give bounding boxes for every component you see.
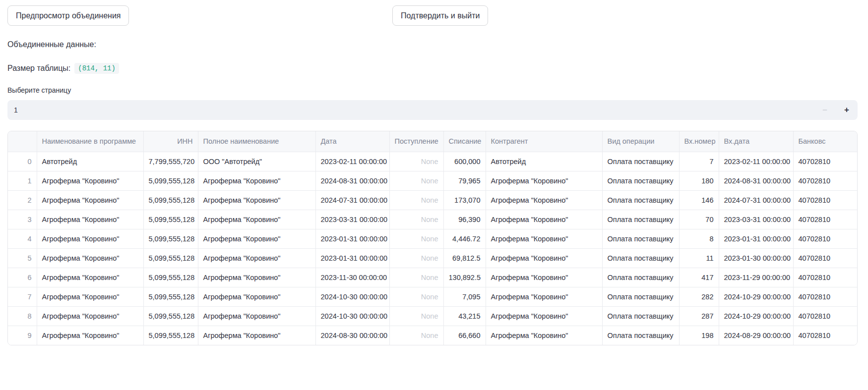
table-cell: Агроферма "Коровино"	[198, 229, 315, 248]
table-cell: 5,099,555,128	[143, 171, 198, 190]
table-cell: 4,446.72	[443, 229, 486, 248]
table-cell: Агроферма "Коровино"	[486, 190, 602, 210]
table-size-label: Размер таблицы:	[7, 63, 70, 73]
table-cell: 40702810	[793, 171, 858, 190]
table-cell: 130,892.5	[443, 268, 486, 287]
table-cell: 5,099,555,128	[143, 210, 198, 229]
table-cell: Агроферма "Коровино"	[37, 326, 143, 345]
table-cell: None	[389, 287, 443, 306]
table-cell: 2023-01-31 00:00:00	[315, 248, 389, 268]
table-cell: 180	[679, 171, 719, 190]
table-cell: 2023-01-30 00:00:00	[719, 248, 793, 268]
table-cell: 40702810	[793, 248, 858, 268]
page-select-label: Выберите страницу	[7, 86, 858, 94]
table-cell: Агроферма "Коровино"	[37, 248, 143, 268]
table-row: 7Агроферма "Коровино"5,099,555,128Агрофе…	[8, 287, 858, 306]
column-header[interactable]: Дата	[315, 131, 389, 152]
table-cell: Оплата поставщику	[602, 326, 679, 345]
column-header[interactable]: Списание	[443, 131, 486, 152]
table-row: 5Агроферма "Коровино"5,099,555,128Агрофе…	[8, 248, 858, 268]
table-cell: 40702810	[793, 190, 858, 210]
table-cell: Агроферма "Коровино"	[486, 229, 602, 248]
table-cell: Оплата поставщику	[602, 171, 679, 190]
column-header[interactable]: Полное наименование	[198, 131, 315, 152]
table-cell: Агроферма "Коровино"	[486, 171, 602, 190]
table-cell: 1	[8, 171, 37, 190]
table-cell: 7	[8, 287, 37, 306]
confirm-exit-button[interactable]: Подтвердить и выйти	[392, 5, 488, 26]
table-cell: Оплата поставщику	[602, 268, 679, 287]
table-cell: 417	[679, 268, 719, 287]
column-header[interactable]: Контрагент	[486, 131, 602, 152]
page-number-value[interactable]: 1	[7, 106, 814, 114]
table-cell: Оплата поставщику	[602, 210, 679, 229]
table-cell: 79,965	[443, 171, 486, 190]
table-row: 0Автотрейд7,799,555,720ООО "Автотрейд"20…	[8, 152, 858, 171]
table-cell: 7,095	[443, 287, 486, 306]
table-cell: Агроферма "Коровино"	[486, 306, 602, 326]
top-button-row: Предпросмотр объединения Подтвердить и в…	[7, 5, 858, 26]
column-header[interactable]: ИНН	[143, 131, 198, 152]
table-cell: Агроферма "Коровино"	[486, 210, 602, 229]
table-cell: Оплата поставщику	[602, 287, 679, 306]
table-row: 4Агроферма "Коровино"5,099,555,128Агрофе…	[8, 229, 858, 248]
table-row: 1Агроферма "Коровино"5,099,555,128Агрофе…	[8, 171, 858, 190]
table-cell: Агроферма "Коровино"	[37, 287, 143, 306]
table-cell: 2024-08-31 00:00:00	[315, 171, 389, 190]
increment-button[interactable]: +	[836, 100, 858, 120]
column-header[interactable]: Наименование в программе	[37, 131, 143, 152]
table-cell: 5,099,555,128	[143, 248, 198, 268]
column-header[interactable]: Вх.номер	[679, 131, 719, 152]
table-cell: None	[389, 171, 443, 190]
table-cell: Агроферма "Коровино"	[198, 326, 315, 345]
table-cell: 173,070	[443, 190, 486, 210]
table-cell: Агроферма "Коровино"	[486, 287, 602, 306]
table-cell: 0	[8, 152, 37, 171]
column-header[interactable]: Вид операции	[602, 131, 679, 152]
table-cell: 43,215	[443, 306, 486, 326]
table-cell: 3	[8, 210, 37, 229]
table-cell: Агроферма "Коровино"	[486, 248, 602, 268]
page-number-input[interactable]: 1 – +	[7, 100, 858, 120]
table-cell: 198	[679, 326, 719, 345]
table-cell: 40702810	[793, 306, 858, 326]
decrement-button[interactable]: –	[814, 100, 836, 120]
column-header[interactable]	[8, 131, 37, 152]
table-cell: 7,799,555,720	[143, 152, 198, 171]
table-row: 6Агроферма "Коровино"5,099,555,128Агрофе…	[8, 268, 858, 287]
table-cell: Агроферма "Коровино"	[37, 268, 143, 287]
table-cell: 2023-11-29 00:00:00	[719, 268, 793, 287]
preview-merge-button[interactable]: Предпросмотр объединения	[7, 5, 129, 26]
table-header-row: Наименование в программеИННПолное наимен…	[8, 131, 858, 152]
table-cell: 5,099,555,128	[143, 229, 198, 248]
table-cell: Агроферма "Коровино"	[198, 248, 315, 268]
table-cell: 2023-02-11 00:00:00	[719, 152, 793, 171]
column-header[interactable]: Вх.дата	[719, 131, 793, 152]
page-content: Предпросмотр объединения Подтвердить и в…	[7, 5, 858, 345]
table-size-value: (814, 11)	[74, 63, 119, 74]
table-cell: 2024-07-31 00:00:00	[719, 190, 793, 210]
dataframe: Наименование в программеИННПолное наимен…	[7, 131, 858, 345]
table-cell: 5,099,555,128	[143, 287, 198, 306]
table-cell: 2	[8, 190, 37, 210]
column-header[interactable]: Поступление	[389, 131, 443, 152]
table-cell: 2024-10-30 00:00:00	[315, 306, 389, 326]
table-cell: 5,099,555,128	[143, 326, 198, 345]
table-cell: 282	[679, 287, 719, 306]
table-cell: 600,000	[443, 152, 486, 171]
table-cell: Оплата поставщику	[602, 248, 679, 268]
table-cell: Агроферма "Коровино"	[198, 171, 315, 190]
table-cell: 2023-01-31 00:00:00	[315, 229, 389, 248]
table-cell: 9	[8, 326, 37, 345]
column-header[interactable]: Банковс	[793, 131, 858, 152]
table-cell: Автотрейд	[486, 152, 602, 171]
table-cell: 6	[8, 268, 37, 287]
table-cell: 146	[679, 190, 719, 210]
table-cell: 5,099,555,128	[143, 190, 198, 210]
table-cell: 69,812.5	[443, 248, 486, 268]
table-cell: 2024-10-30 00:00:00	[315, 287, 389, 306]
table-cell: Оплата поставщику	[602, 190, 679, 210]
table-cell: None	[389, 190, 443, 210]
table-cell: Агроферма "Коровино"	[198, 190, 315, 210]
table-cell: 2023-02-11 00:00:00	[315, 152, 389, 171]
